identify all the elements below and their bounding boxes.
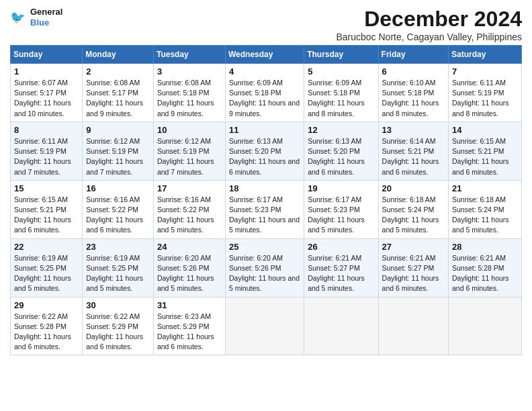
day-info: Sunrise: 6:08 AMSunset: 5:17 PMDaylight:… xyxy=(86,79,143,118)
calendar-table: Sunday Monday Tuesday Wednesday Thursday… xyxy=(10,45,522,355)
calendar-cell: 13Sunrise: 6:14 AMSunset: 5:21 PMDayligh… xyxy=(378,122,448,180)
calendar-cell: 25Sunrise: 6:20 AMSunset: 5:26 PMDayligh… xyxy=(225,238,304,297)
day-number: 13 xyxy=(382,125,445,135)
day-info: Sunrise: 6:09 AMSunset: 5:18 PMDaylight:… xyxy=(308,79,365,118)
day-number: 27 xyxy=(382,242,445,252)
svg-text:🐦: 🐦 xyxy=(10,9,26,24)
day-number: 16 xyxy=(86,183,150,193)
day-number: 29 xyxy=(14,300,79,310)
day-number: 22 xyxy=(14,242,79,252)
day-info: Sunrise: 6:17 AMSunset: 5:23 PMDaylight:… xyxy=(229,195,300,234)
day-info: Sunrise: 6:09 AMSunset: 5:18 PMDaylight:… xyxy=(229,79,300,118)
col-monday: Monday xyxy=(83,46,154,64)
day-number: 31 xyxy=(157,300,222,310)
col-saturday: Saturday xyxy=(448,46,521,64)
logo: 🐦 General Blue xyxy=(10,7,62,28)
calendar-cell: 11Sunrise: 6:13 AMSunset: 5:20 PMDayligh… xyxy=(225,122,304,180)
day-number: 23 xyxy=(86,242,150,252)
day-number: 9 xyxy=(86,125,150,135)
day-info: Sunrise: 6:11 AMSunset: 5:19 PMDaylight:… xyxy=(452,79,509,118)
day-number: 1 xyxy=(14,66,79,77)
day-number: 3 xyxy=(157,66,222,77)
calendar-cell: 29Sunrise: 6:22 AMSunset: 5:28 PMDayligh… xyxy=(11,297,83,355)
calendar-cell: 16Sunrise: 6:16 AMSunset: 5:22 PMDayligh… xyxy=(83,180,154,238)
calendar-week-row: 29Sunrise: 6:22 AMSunset: 5:28 PMDayligh… xyxy=(11,297,522,355)
calendar-cell: 1Sunrise: 6:07 AMSunset: 5:17 PMDaylight… xyxy=(11,64,83,122)
calendar-cell: 5Sunrise: 6:09 AMSunset: 5:18 PMDaylight… xyxy=(304,64,378,122)
calendar-cell: 17Sunrise: 6:16 AMSunset: 5:22 PMDayligh… xyxy=(153,180,225,238)
day-info: Sunrise: 6:21 AMSunset: 5:27 PMDaylight:… xyxy=(308,254,365,293)
calendar-week-row: 8Sunrise: 6:11 AMSunset: 5:19 PMDaylight… xyxy=(11,122,522,180)
calendar-cell: 27Sunrise: 6:21 AMSunset: 5:27 PMDayligh… xyxy=(378,238,448,297)
calendar-cell: 18Sunrise: 6:17 AMSunset: 5:23 PMDayligh… xyxy=(225,180,304,238)
month-title: December 2024 xyxy=(336,7,522,32)
calendar-week-row: 22Sunrise: 6:19 AMSunset: 5:25 PMDayligh… xyxy=(11,238,522,297)
calendar-cell: 14Sunrise: 6:15 AMSunset: 5:21 PMDayligh… xyxy=(448,122,521,180)
calendar-cell: 21Sunrise: 6:18 AMSunset: 5:24 PMDayligh… xyxy=(448,180,521,238)
day-info: Sunrise: 6:15 AMSunset: 5:21 PMDaylight:… xyxy=(452,137,509,176)
day-info: Sunrise: 6:21 AMSunset: 5:28 PMDaylight:… xyxy=(452,254,509,293)
day-info: Sunrise: 6:13 AMSunset: 5:20 PMDaylight:… xyxy=(229,137,300,176)
calendar-cell: 4Sunrise: 6:09 AMSunset: 5:18 PMDaylight… xyxy=(225,64,304,122)
day-number: 28 xyxy=(452,242,518,252)
day-number: 7 xyxy=(452,66,518,77)
day-info: Sunrise: 6:23 AMSunset: 5:29 PMDaylight:… xyxy=(157,312,214,351)
calendar-cell: 3Sunrise: 6:08 AMSunset: 5:18 PMDaylight… xyxy=(153,64,225,122)
day-number: 26 xyxy=(308,242,374,252)
calendar-cell xyxy=(378,297,448,355)
calendar-cell: 6Sunrise: 6:10 AMSunset: 5:18 PMDaylight… xyxy=(378,64,448,122)
day-info: Sunrise: 6:20 AMSunset: 5:26 PMDaylight:… xyxy=(157,254,214,293)
day-info: Sunrise: 6:16 AMSunset: 5:22 PMDaylight:… xyxy=(86,195,143,234)
day-info: Sunrise: 6:19 AMSunset: 5:25 PMDaylight:… xyxy=(14,254,71,293)
calendar-cell: 31Sunrise: 6:23 AMSunset: 5:29 PMDayligh… xyxy=(153,297,225,355)
day-number: 10 xyxy=(157,125,222,135)
day-info: Sunrise: 6:20 AMSunset: 5:26 PMDaylight:… xyxy=(229,254,300,293)
day-info: Sunrise: 6:18 AMSunset: 5:24 PMDaylight:… xyxy=(382,195,439,234)
calendar-cell: 10Sunrise: 6:12 AMSunset: 5:19 PMDayligh… xyxy=(153,122,225,180)
logo-text: General Blue xyxy=(30,7,62,28)
day-number: 20 xyxy=(382,183,445,193)
calendar-cell xyxy=(225,297,304,355)
calendar-cell: 2Sunrise: 6:08 AMSunset: 5:17 PMDaylight… xyxy=(83,64,154,122)
title-block: December 2024 Barucboc Norte, Cagayan Va… xyxy=(336,7,522,42)
col-wednesday: Wednesday xyxy=(225,46,304,64)
day-number: 24 xyxy=(157,242,222,252)
calendar-cell: 19Sunrise: 6:17 AMSunset: 5:23 PMDayligh… xyxy=(304,180,378,238)
calendar-cell: 26Sunrise: 6:21 AMSunset: 5:27 PMDayligh… xyxy=(304,238,378,297)
day-number: 12 xyxy=(308,125,374,135)
day-number: 8 xyxy=(14,125,79,135)
day-number: 14 xyxy=(452,125,518,135)
day-number: 18 xyxy=(229,183,300,193)
day-info: Sunrise: 6:08 AMSunset: 5:18 PMDaylight:… xyxy=(157,79,214,118)
day-info: Sunrise: 6:17 AMSunset: 5:23 PMDaylight:… xyxy=(308,195,365,234)
day-number: 30 xyxy=(86,300,150,310)
calendar-cell: 8Sunrise: 6:11 AMSunset: 5:19 PMDaylight… xyxy=(11,122,83,180)
day-info: Sunrise: 6:12 AMSunset: 5:19 PMDaylight:… xyxy=(157,137,214,176)
calendar-cell: 12Sunrise: 6:13 AMSunset: 5:20 PMDayligh… xyxy=(304,122,378,180)
header-row: Sunday Monday Tuesday Wednesday Thursday… xyxy=(11,46,522,64)
day-info: Sunrise: 6:11 AMSunset: 5:19 PMDaylight:… xyxy=(14,137,71,176)
calendar-cell: 28Sunrise: 6:21 AMSunset: 5:28 PMDayligh… xyxy=(448,238,521,297)
day-number: 21 xyxy=(452,183,518,193)
day-info: Sunrise: 6:14 AMSunset: 5:21 PMDaylight:… xyxy=(382,137,439,176)
day-info: Sunrise: 6:22 AMSunset: 5:29 PMDaylight:… xyxy=(86,312,143,351)
col-friday: Friday xyxy=(378,46,448,64)
page-header: 🐦 General Blue December 2024 Barucboc No… xyxy=(10,7,522,42)
day-info: Sunrise: 6:10 AMSunset: 5:18 PMDaylight:… xyxy=(382,79,439,118)
day-info: Sunrise: 6:18 AMSunset: 5:24 PMDaylight:… xyxy=(452,195,509,234)
calendar-cell: 15Sunrise: 6:15 AMSunset: 5:21 PMDayligh… xyxy=(11,180,83,238)
day-number: 17 xyxy=(157,183,222,193)
day-info: Sunrise: 6:13 AMSunset: 5:20 PMDaylight:… xyxy=(308,137,365,176)
calendar-week-row: 15Sunrise: 6:15 AMSunset: 5:21 PMDayligh… xyxy=(11,180,522,238)
col-thursday: Thursday xyxy=(304,46,378,64)
day-number: 2 xyxy=(86,66,150,77)
calendar-cell xyxy=(448,297,521,355)
calendar-cell: 30Sunrise: 6:22 AMSunset: 5:29 PMDayligh… xyxy=(83,297,154,355)
day-number: 6 xyxy=(382,66,445,77)
day-info: Sunrise: 6:15 AMSunset: 5:21 PMDaylight:… xyxy=(14,195,71,234)
calendar-cell: 23Sunrise: 6:19 AMSunset: 5:25 PMDayligh… xyxy=(83,238,154,297)
calendar-cell: 24Sunrise: 6:20 AMSunset: 5:26 PMDayligh… xyxy=(153,238,225,297)
day-info: Sunrise: 6:07 AMSunset: 5:17 PMDaylight:… xyxy=(14,79,71,118)
day-number: 11 xyxy=(229,125,300,135)
day-info: Sunrise: 6:21 AMSunset: 5:27 PMDaylight:… xyxy=(382,254,439,293)
